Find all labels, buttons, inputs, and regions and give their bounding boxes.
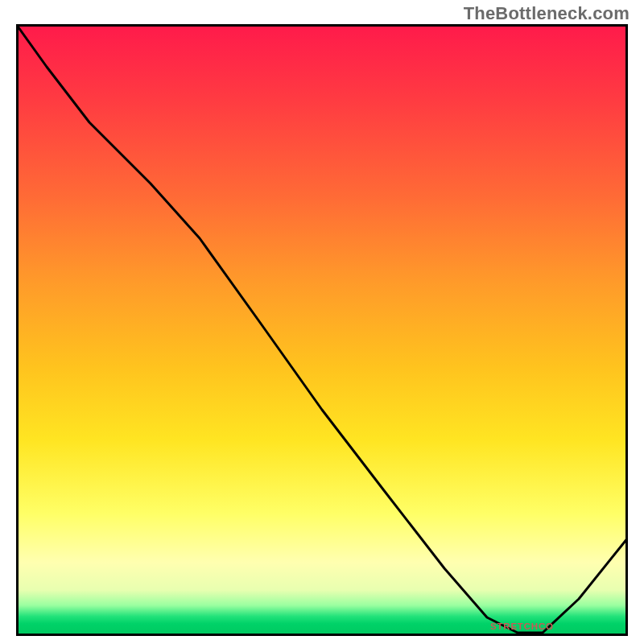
plot-svg: STRETCHCO <box>16 24 628 636</box>
watermark-text: TheBottleneck.com <box>464 3 630 24</box>
chart-container: TheBottleneck.com STRETCHCO <box>0 0 644 644</box>
plot-frame: STRETCHCO <box>16 24 628 636</box>
trough-wordmark: STRETCHCO <box>490 621 554 631</box>
data-line <box>16 24 628 633</box>
